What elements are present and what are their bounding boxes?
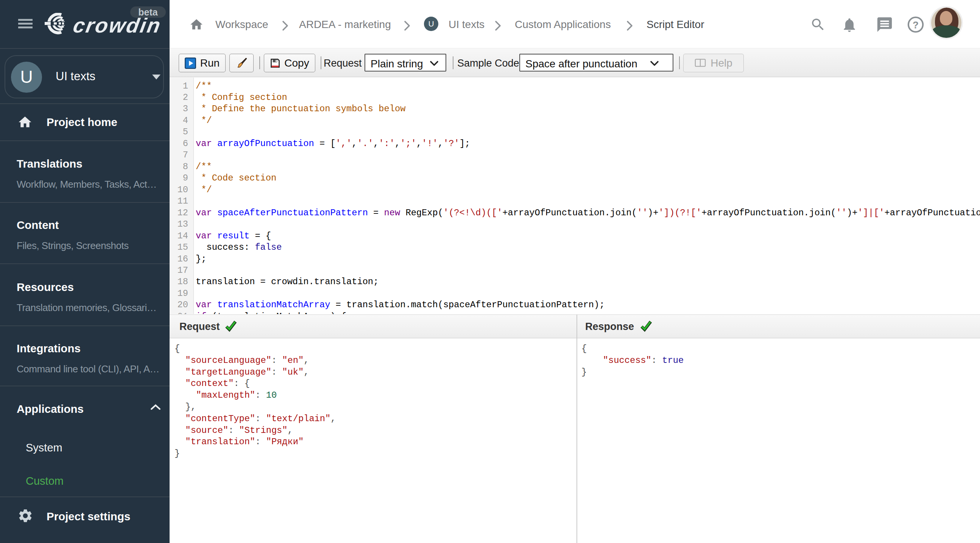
svg-text:?: ? — [913, 20, 919, 30]
